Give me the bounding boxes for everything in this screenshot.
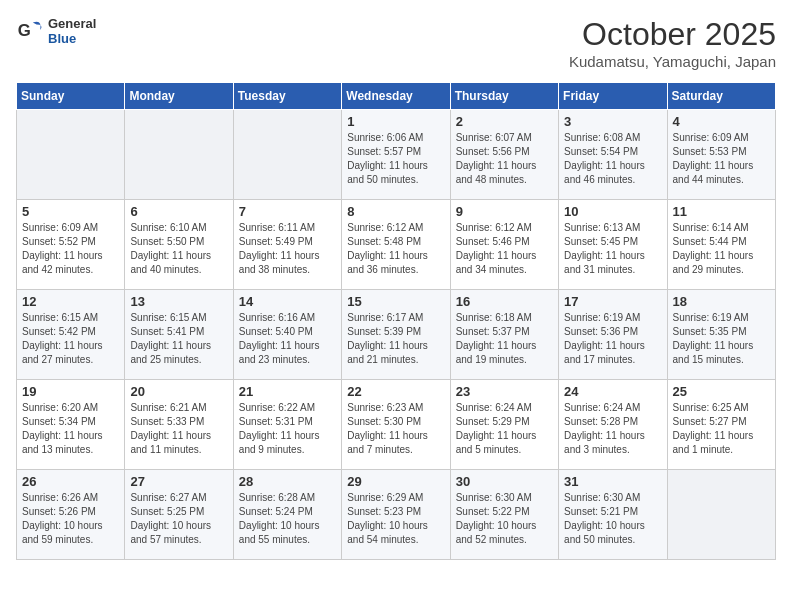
calendar-cell: 26Sunrise: 6:26 AM Sunset: 5:26 PM Dayli…	[17, 470, 125, 560]
day-info: Sunrise: 6:12 AM Sunset: 5:46 PM Dayligh…	[456, 221, 553, 277]
day-header-monday: Monday	[125, 83, 233, 110]
day-number: 22	[347, 384, 444, 399]
calendar-cell: 9Sunrise: 6:12 AM Sunset: 5:46 PM Daylig…	[450, 200, 558, 290]
calendar-cell	[17, 110, 125, 200]
day-number: 29	[347, 474, 444, 489]
calendar-cell: 25Sunrise: 6:25 AM Sunset: 5:27 PM Dayli…	[667, 380, 775, 470]
day-number: 15	[347, 294, 444, 309]
logo: G General Blue	[16, 16, 96, 46]
calendar-cell: 14Sunrise: 6:16 AM Sunset: 5:40 PM Dayli…	[233, 290, 341, 380]
day-info: Sunrise: 6:14 AM Sunset: 5:44 PM Dayligh…	[673, 221, 770, 277]
day-number: 20	[130, 384, 227, 399]
calendar-cell: 20Sunrise: 6:21 AM Sunset: 5:33 PM Dayli…	[125, 380, 233, 470]
day-info: Sunrise: 6:13 AM Sunset: 5:45 PM Dayligh…	[564, 221, 661, 277]
day-header-sunday: Sunday	[17, 83, 125, 110]
calendar-cell: 15Sunrise: 6:17 AM Sunset: 5:39 PM Dayli…	[342, 290, 450, 380]
day-info: Sunrise: 6:15 AM Sunset: 5:41 PM Dayligh…	[130, 311, 227, 367]
day-info: Sunrise: 6:09 AM Sunset: 5:53 PM Dayligh…	[673, 131, 770, 187]
week-row-2: 5Sunrise: 6:09 AM Sunset: 5:52 PM Daylig…	[17, 200, 776, 290]
calendar-cell: 30Sunrise: 6:30 AM Sunset: 5:22 PM Dayli…	[450, 470, 558, 560]
calendar-cell	[233, 110, 341, 200]
day-number: 9	[456, 204, 553, 219]
day-info: Sunrise: 6:30 AM Sunset: 5:21 PM Dayligh…	[564, 491, 661, 547]
day-number: 25	[673, 384, 770, 399]
day-info: Sunrise: 6:19 AM Sunset: 5:36 PM Dayligh…	[564, 311, 661, 367]
logo-blue: Blue	[48, 31, 96, 46]
calendar-cell: 7Sunrise: 6:11 AM Sunset: 5:49 PM Daylig…	[233, 200, 341, 290]
day-info: Sunrise: 6:17 AM Sunset: 5:39 PM Dayligh…	[347, 311, 444, 367]
calendar-cell: 31Sunrise: 6:30 AM Sunset: 5:21 PM Dayli…	[559, 470, 667, 560]
day-number: 30	[456, 474, 553, 489]
day-header-saturday: Saturday	[667, 83, 775, 110]
day-info: Sunrise: 6:19 AM Sunset: 5:35 PM Dayligh…	[673, 311, 770, 367]
logo-icon: G	[16, 17, 44, 45]
day-number: 7	[239, 204, 336, 219]
title-block: October 2025 Kudamatsu, Yamaguchi, Japan	[569, 16, 776, 70]
day-number: 10	[564, 204, 661, 219]
day-number: 4	[673, 114, 770, 129]
calendar-cell: 5Sunrise: 6:09 AM Sunset: 5:52 PM Daylig…	[17, 200, 125, 290]
day-info: Sunrise: 6:24 AM Sunset: 5:29 PM Dayligh…	[456, 401, 553, 457]
calendar-cell: 23Sunrise: 6:24 AM Sunset: 5:29 PM Dayli…	[450, 380, 558, 470]
calendar-cell: 8Sunrise: 6:12 AM Sunset: 5:48 PM Daylig…	[342, 200, 450, 290]
day-info: Sunrise: 6:20 AM Sunset: 5:34 PM Dayligh…	[22, 401, 119, 457]
day-number: 31	[564, 474, 661, 489]
header-row: SundayMondayTuesdayWednesdayThursdayFrid…	[17, 83, 776, 110]
calendar-cell: 18Sunrise: 6:19 AM Sunset: 5:35 PM Dayli…	[667, 290, 775, 380]
week-row-1: 1Sunrise: 6:06 AM Sunset: 5:57 PM Daylig…	[17, 110, 776, 200]
calendar-cell: 2Sunrise: 6:07 AM Sunset: 5:56 PM Daylig…	[450, 110, 558, 200]
day-info: Sunrise: 6:29 AM Sunset: 5:23 PM Dayligh…	[347, 491, 444, 547]
day-info: Sunrise: 6:24 AM Sunset: 5:28 PM Dayligh…	[564, 401, 661, 457]
calendar-cell: 28Sunrise: 6:28 AM Sunset: 5:24 PM Dayli…	[233, 470, 341, 560]
calendar-cell: 17Sunrise: 6:19 AM Sunset: 5:36 PM Dayli…	[559, 290, 667, 380]
day-number: 19	[22, 384, 119, 399]
day-number: 11	[673, 204, 770, 219]
day-info: Sunrise: 6:15 AM Sunset: 5:42 PM Dayligh…	[22, 311, 119, 367]
calendar-cell	[667, 470, 775, 560]
day-number: 26	[22, 474, 119, 489]
day-info: Sunrise: 6:23 AM Sunset: 5:30 PM Dayligh…	[347, 401, 444, 457]
logo-general: General	[48, 16, 96, 31]
calendar-cell: 19Sunrise: 6:20 AM Sunset: 5:34 PM Dayli…	[17, 380, 125, 470]
calendar-cell: 6Sunrise: 6:10 AM Sunset: 5:50 PM Daylig…	[125, 200, 233, 290]
day-info: Sunrise: 6:28 AM Sunset: 5:24 PM Dayligh…	[239, 491, 336, 547]
calendar-cell: 3Sunrise: 6:08 AM Sunset: 5:54 PM Daylig…	[559, 110, 667, 200]
day-number: 8	[347, 204, 444, 219]
day-info: Sunrise: 6:08 AM Sunset: 5:54 PM Dayligh…	[564, 131, 661, 187]
day-number: 13	[130, 294, 227, 309]
calendar-cell: 27Sunrise: 6:27 AM Sunset: 5:25 PM Dayli…	[125, 470, 233, 560]
week-row-5: 26Sunrise: 6:26 AM Sunset: 5:26 PM Dayli…	[17, 470, 776, 560]
calendar-cell: 10Sunrise: 6:13 AM Sunset: 5:45 PM Dayli…	[559, 200, 667, 290]
day-number: 16	[456, 294, 553, 309]
day-info: Sunrise: 6:25 AM Sunset: 5:27 PM Dayligh…	[673, 401, 770, 457]
day-number: 3	[564, 114, 661, 129]
page-header: G General Blue October 2025 Kudamatsu, Y…	[16, 16, 776, 70]
day-number: 12	[22, 294, 119, 309]
day-header-tuesday: Tuesday	[233, 83, 341, 110]
day-number: 21	[239, 384, 336, 399]
day-number: 2	[456, 114, 553, 129]
calendar-cell: 16Sunrise: 6:18 AM Sunset: 5:37 PM Dayli…	[450, 290, 558, 380]
day-info: Sunrise: 6:09 AM Sunset: 5:52 PM Dayligh…	[22, 221, 119, 277]
calendar-cell: 24Sunrise: 6:24 AM Sunset: 5:28 PM Dayli…	[559, 380, 667, 470]
day-header-thursday: Thursday	[450, 83, 558, 110]
day-info: Sunrise: 6:11 AM Sunset: 5:49 PM Dayligh…	[239, 221, 336, 277]
calendar-cell: 12Sunrise: 6:15 AM Sunset: 5:42 PM Dayli…	[17, 290, 125, 380]
calendar-cell: 13Sunrise: 6:15 AM Sunset: 5:41 PM Dayli…	[125, 290, 233, 380]
day-info: Sunrise: 6:21 AM Sunset: 5:33 PM Dayligh…	[130, 401, 227, 457]
day-number: 1	[347, 114, 444, 129]
day-header-friday: Friday	[559, 83, 667, 110]
day-header-wednesday: Wednesday	[342, 83, 450, 110]
day-info: Sunrise: 6:30 AM Sunset: 5:22 PM Dayligh…	[456, 491, 553, 547]
day-number: 18	[673, 294, 770, 309]
day-number: 14	[239, 294, 336, 309]
calendar-cell: 11Sunrise: 6:14 AM Sunset: 5:44 PM Dayli…	[667, 200, 775, 290]
day-info: Sunrise: 6:27 AM Sunset: 5:25 PM Dayligh…	[130, 491, 227, 547]
day-number: 6	[130, 204, 227, 219]
day-number: 17	[564, 294, 661, 309]
calendar-cell: 29Sunrise: 6:29 AM Sunset: 5:23 PM Dayli…	[342, 470, 450, 560]
day-number: 5	[22, 204, 119, 219]
day-info: Sunrise: 6:26 AM Sunset: 5:26 PM Dayligh…	[22, 491, 119, 547]
calendar-cell	[125, 110, 233, 200]
day-info: Sunrise: 6:12 AM Sunset: 5:48 PM Dayligh…	[347, 221, 444, 277]
